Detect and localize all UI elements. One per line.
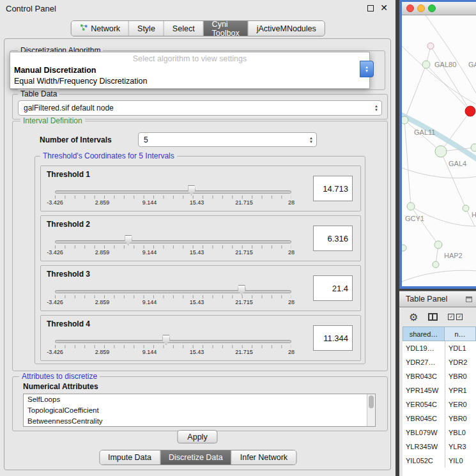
combo-stepper-icon[interactable]: ▲▼ <box>360 61 374 77</box>
minimize-traffic-light[interactable] <box>417 4 425 12</box>
tab-select[interactable]: Select <box>164 21 204 36</box>
gear-icon[interactable]: ⚙ <box>409 311 418 323</box>
scrollbar-thumb[interactable] <box>369 395 374 408</box>
network-edge[interactable] <box>431 46 470 111</box>
network-node[interactable] <box>433 261 439 268</box>
table-cell[interactable]: YBL0 <box>445 426 476 440</box>
threshold-slider[interactable]: -3.4262.8599.14415.4321.71528 <box>55 183 291 211</box>
table-cell[interactable]: YBR0 <box>445 411 476 426</box>
network-node[interactable] <box>427 43 434 49</box>
network-window-titlebar[interactable] <box>402 2 476 15</box>
table-row[interactable]: YBL079WYBL0 <box>403 426 476 440</box>
table-row[interactable]: YBR045CYBR0 <box>403 411 476 426</box>
network-node[interactable] <box>465 106 475 116</box>
table-row[interactable]: YDL19…YDL1 <box>403 341 476 355</box>
tab-style[interactable]: Style <box>129 21 164 36</box>
table-row[interactable]: YBR043CYBR0 <box>403 369 476 383</box>
tab-label: Select <box>173 24 195 33</box>
table-cell[interactable]: YDL1 <box>445 341 476 355</box>
tab-network[interactable]: Network <box>71 21 129 36</box>
network-edge[interactable] <box>421 15 476 93</box>
column-header-shared-name[interactable]: shared… <box>403 326 445 341</box>
table-panel-titlebar[interactable]: Table Panel <box>399 291 476 307</box>
threshold-slider[interactable]: -3.4262.8599.14415.4321.71528 <box>55 282 291 311</box>
zoom-traffic-light[interactable] <box>428 4 436 12</box>
table-cell[interactable]: YDR2 <box>445 355 476 369</box>
list-item[interactable]: BetweennessCentrality <box>24 416 375 427</box>
table-cell[interactable]: YDR27… <box>403 355 445 369</box>
numerical-attributes-list[interactable]: SelfLoopsTopologicalCoefficientBetweenne… <box>23 394 376 427</box>
float-window-icon[interactable] <box>466 296 472 302</box>
threshold-value-field[interactable] <box>313 176 353 201</box>
tab-discretize-data[interactable]: Discretize Data <box>160 450 232 464</box>
slider-handle[interactable] <box>124 235 132 245</box>
combo-stepper-icon[interactable]: ▲▼ <box>306 136 316 144</box>
table-cell[interactable]: YBR045C <box>403 411 445 426</box>
cyni-toolbox-panel: Discretization Algorithm ▲▼ Select algor… <box>4 38 391 470</box>
select-columns-button[interactable]: ✓ ✓ <box>448 314 463 320</box>
network-node[interactable] <box>435 146 447 157</box>
network-node[interactable] <box>471 144 476 151</box>
table-row[interactable]: YER054CYER0 <box>403 397 476 411</box>
columns-icon[interactable] <box>428 313 438 321</box>
table-cell[interactable]: YPR1 <box>445 383 476 397</box>
list-item[interactable]: TopologicalCoefficient <box>24 405 375 416</box>
slider-handle[interactable] <box>238 285 246 295</box>
scrollbar[interactable] <box>367 394 375 426</box>
number-of-intervals-combobox[interactable]: 5 ▲▼ <box>138 132 317 147</box>
table-cell[interactable]: YBR043C <box>403 369 445 383</box>
column-header-name[interactable]: n… <box>445 326 476 341</box>
network-node[interactable] <box>434 241 442 249</box>
network-edge[interactable] <box>404 65 426 120</box>
network-edge[interactable] <box>404 120 411 206</box>
combo-stepper-icon[interactable]: ▲▼ <box>371 104 381 112</box>
network-node[interactable] <box>402 245 406 251</box>
table-cell[interactable]: YIL052C <box>403 454 445 468</box>
table-cell[interactable]: YIL0 <box>445 454 476 468</box>
table-cell[interactable]: YPR145W <box>403 383 445 397</box>
slider-track[interactable] <box>55 290 291 293</box>
close-icon[interactable]: ✕ <box>380 3 388 13</box>
table-row[interactable]: YDR27…YDR2 <box>403 355 476 369</box>
network-node[interactable] <box>463 205 469 211</box>
table-cell[interactable]: YBL079W <box>403 426 445 440</box>
threshold-value-field[interactable] <box>313 226 353 251</box>
dropdown-option-manual-discretization[interactable]: Manual Discretization <box>10 65 369 76</box>
table-cell[interactable]: YER054C <box>403 397 445 411</box>
table-cell[interactable]: YER0 <box>445 397 476 411</box>
tab-jactivemnodules[interactable]: jActiveMNodules <box>249 21 325 36</box>
table-cell[interactable]: YLR3 <box>445 440 476 454</box>
threshold-slider[interactable]: -3.4262.8599.14415.4321.71528 <box>55 332 291 360</box>
threshold-value-field[interactable] <box>313 275 353 301</box>
table-cell[interactable]: YDL19… <box>403 341 445 355</box>
table-cell[interactable]: YBR0 <box>445 369 476 383</box>
table-row[interactable]: YIL052CYIL0 <box>403 454 476 468</box>
float-window-icon[interactable] <box>367 5 374 12</box>
network-node[interactable] <box>422 61 430 68</box>
network-canvas[interactable]: GAL80GALGAL11GAL4GCY1HAP2H <box>402 15 476 286</box>
threshold-value-field[interactable] <box>313 325 353 351</box>
slider-track[interactable] <box>55 240 291 243</box>
network-edge[interactable] <box>402 41 476 105</box>
apply-button[interactable]: Apply <box>177 430 217 443</box>
network-edge[interactable] <box>411 206 438 245</box>
slider-track[interactable] <box>55 340 291 343</box>
close-traffic-light[interactable] <box>406 4 414 12</box>
network-edge[interactable] <box>402 166 476 178</box>
tab-infer-network[interactable]: Infer Network <box>232 450 296 464</box>
network-edge[interactable] <box>402 270 476 284</box>
list-item[interactable]: SelfLoops <box>24 394 375 405</box>
threshold-slider[interactable]: -3.4262.8599.14415.4321.71528 <box>55 233 291 261</box>
dropdown-option-equal-width-frequency[interactable]: Equal Width/Frequency Discretization <box>10 76 369 87</box>
network-node[interactable] <box>407 203 415 210</box>
network-node[interactable] <box>402 116 408 124</box>
slider-handle[interactable] <box>187 185 196 196</box>
table-data-combobox[interactable]: galFiltered.sif default node ▲▼ <box>18 100 382 116</box>
table-row[interactable]: YLR345WYLR3 <box>403 440 476 454</box>
tab-cyni-toolbox[interactable]: Cyni Toolbox <box>204 21 249 36</box>
slider-handle[interactable] <box>162 335 170 345</box>
tab-impute-data[interactable]: Impute Data <box>100 450 160 464</box>
slider-track[interactable] <box>55 190 291 194</box>
table-row[interactable]: YPR145WYPR1 <box>403 383 476 397</box>
table-cell[interactable]: YLR345W <box>403 440 445 454</box>
